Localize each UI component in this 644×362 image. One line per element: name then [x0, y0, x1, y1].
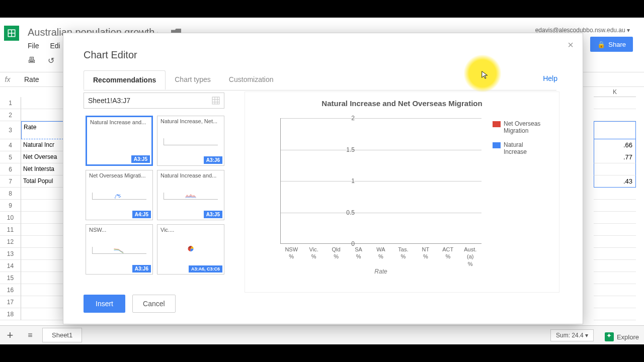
cell[interactable] [594, 308, 636, 320]
add-sheet-button[interactable]: + [0, 329, 20, 342]
cell[interactable] [21, 296, 63, 308]
cell[interactable] [21, 284, 63, 296]
cell[interactable]: Rate [21, 121, 63, 139]
cell[interactable]: Total Popul [21, 175, 63, 188]
x-label: Aust.(a)% [460, 246, 480, 267]
insert-button[interactable]: Insert [84, 295, 125, 313]
thumbnail-range-badge: A4:J5 [132, 211, 151, 218]
fx-label: fx [0, 75, 15, 83]
row-header[interactable]: 4 [0, 139, 21, 151]
thumbnail-range-badge: A3:J5 [131, 155, 150, 163]
row-header[interactable]: 9 [0, 200, 21, 212]
chart-thumbnail[interactable]: NSW...A3:J6 [86, 224, 153, 275]
cell[interactable] [21, 272, 63, 284]
legend-item-natural: Natural Increase [493, 141, 548, 155]
svg-point-15 [115, 198, 116, 199]
undo-icon[interactable]: ↺ [48, 56, 54, 65]
explore-label: Explore [617, 333, 639, 341]
sheet-tab[interactable]: Sheet1 [42, 328, 82, 342]
row-header[interactable]: 8 [0, 188, 21, 200]
row-header[interactable]: 2 [0, 109, 21, 121]
x-label: WA% [371, 246, 391, 267]
cell[interactable] [21, 188, 63, 200]
tab-recommendations[interactable]: Recommendations [84, 70, 166, 90]
row-header[interactable]: 1 [0, 97, 21, 109]
cell[interactable]: Natural Incr [21, 139, 63, 151]
row-header[interactable]: 11 [0, 224, 21, 236]
cell[interactable] [21, 212, 63, 224]
all-sheets-button[interactable]: ≡ [20, 331, 40, 340]
chart-thumbnail[interactable]: Vic....A3:A6, C3:C6 [157, 224, 224, 275]
cell[interactable]: Net Oversea [21, 151, 63, 163]
cell[interactable] [594, 248, 636, 260]
chart-thumbnail[interactable]: Net Overseas Migrati...A4:J5 [86, 170, 153, 220]
cell[interactable] [21, 109, 63, 121]
x-axis-title: Rate [280, 268, 481, 275]
row-header[interactable]: 12 [0, 236, 21, 248]
sum-display[interactable]: Sum: 24.4 ▾ [550, 329, 594, 341]
chart-thumbnail[interactable]: Natural Increase and...A3:J5 [86, 116, 153, 166]
cell[interactable] [594, 224, 636, 236]
cell[interactable]: .77 [594, 151, 636, 163]
legend-swatch-blue [493, 142, 501, 148]
cell[interactable] [594, 212, 636, 224]
chart-thumbnail[interactable]: Natural Increase and...A3:J5 [157, 170, 224, 220]
row-header[interactable]: 3 [0, 121, 21, 139]
cell[interactable]: Net Intersta [21, 163, 63, 175]
data-range-input[interactable] [88, 97, 212, 105]
cell[interactable] [594, 284, 636, 296]
cell[interactable] [594, 188, 636, 200]
share-label: Share [608, 41, 626, 48]
thumbnail-range-badge: A3:J6 [204, 156, 222, 164]
cell[interactable] [594, 236, 636, 248]
close-icon[interactable]: × [568, 39, 574, 51]
cell[interactable] [21, 308, 63, 320]
cell[interactable]: .66 [594, 139, 636, 151]
cell[interactable] [21, 224, 63, 236]
svg-point-16 [119, 196, 120, 197]
row-header[interactable]: 6 [0, 163, 21, 175]
chart-thumbnail[interactable]: Natural Increase, Net...A3:J6 [157, 116, 224, 166]
svg-point-14 [119, 197, 120, 198]
row-header[interactable]: 14 [0, 260, 21, 272]
share-button[interactable]: 🔒 Share [590, 37, 633, 52]
chart-title: Natural Increase and Net Overseas Migrat… [245, 99, 559, 108]
row-header[interactable]: 7 [0, 175, 21, 188]
cell[interactable] [594, 121, 636, 139]
row-header[interactable]: 10 [0, 212, 21, 224]
cell[interactable] [594, 296, 636, 308]
row-header[interactable]: 17 [0, 296, 21, 308]
cell[interactable] [21, 200, 63, 212]
cell[interactable] [21, 97, 63, 109]
cell[interactable] [21, 236, 63, 248]
x-label: ACT% [438, 246, 458, 267]
cell[interactable] [21, 248, 63, 260]
row-header[interactable]: 5 [0, 151, 21, 163]
select-range-icon[interactable] [212, 97, 220, 105]
cell[interactable]: .43 [594, 175, 636, 188]
row-header[interactable]: 15 [0, 272, 21, 284]
cell[interactable] [594, 163, 636, 175]
row-header[interactable]: 16 [0, 284, 21, 296]
menu-edit[interactable]: Edi [50, 42, 60, 50]
cell[interactable] [594, 272, 636, 284]
cell[interactable] [21, 260, 63, 272]
tab-customization[interactable]: Customization [220, 70, 283, 90]
cell[interactable] [594, 97, 636, 109]
tab-chart-types[interactable]: Chart types [166, 70, 220, 90]
cell[interactable] [594, 200, 636, 212]
cell[interactable] [594, 260, 636, 272]
row-header[interactable]: 13 [0, 248, 21, 260]
explore-button[interactable]: Explore [605, 332, 639, 341]
cancel-button[interactable]: Cancel [132, 295, 176, 313]
sheets-app: Australian population growth ☆ edavis@al… [0, 18, 644, 344]
column-header-k[interactable]: K [594, 87, 636, 97]
row-header[interactable]: 18 [0, 308, 21, 320]
thumbnail-range-badge: A3:J5 [204, 211, 222, 218]
cell[interactable] [594, 109, 636, 121]
print-icon[interactable]: 🖶 [28, 56, 36, 65]
fx-value[interactable]: Rate [15, 75, 39, 83]
thumbnail-label: Vic.... [160, 227, 221, 233]
data-range-box[interactable] [84, 93, 224, 109]
menu-file[interactable]: File [28, 42, 39, 50]
